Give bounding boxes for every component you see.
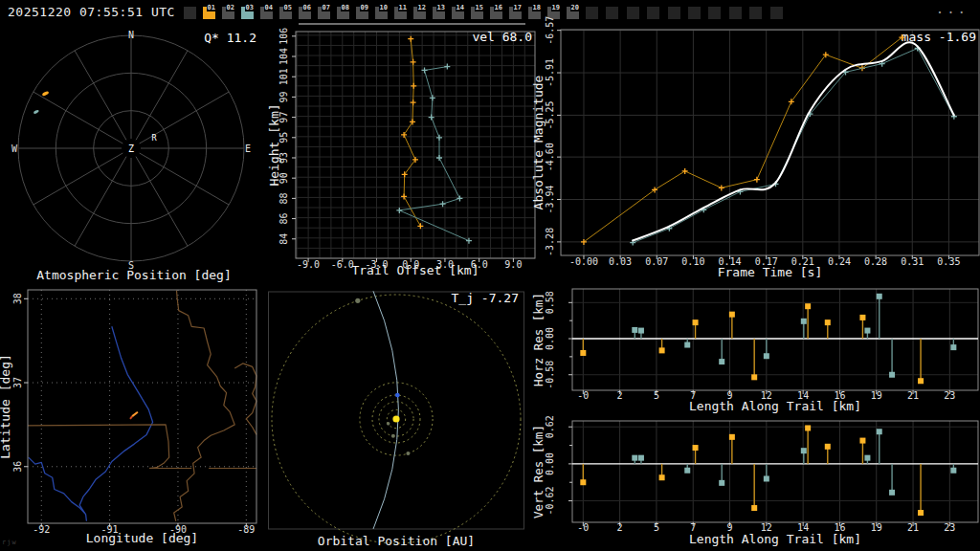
tab-18[interactable]: 18 [528,7,541,19]
tab-11[interactable]: 11 [394,7,407,19]
tab-slot-27[interactable] [708,7,721,19]
vert-stems [580,425,956,516]
horz-grid [572,289,978,390]
orbital-title: Orbital Position [AU] [318,534,475,548]
tab-number: 06 [302,4,312,11]
tab-08[interactable]: 08 [337,7,349,19]
tab-14[interactable]: 14 [452,7,464,19]
tab-number: 04 [264,4,274,11]
tab-16[interactable]: 16 [490,7,502,19]
svg-text:Absolute Magnitude: Absolute Magnitude [531,75,546,209]
vert-frame [572,421,978,522]
meteoroid-orbit-path [373,291,398,529]
magnitude-chart: -0.000.030.070.100.140.170.210.240.280.3… [536,27,980,285]
svg-text:Longitude [deg]: Longitude [deg] [86,531,198,545]
tab-05[interactable]: 05 [279,7,292,19]
map-river-0 [79,326,152,521]
svg-text:0.35: 0.35 [937,256,960,267]
meteor-ground-track [132,412,138,416]
svg-text:0.58: 0.58 [545,291,555,314]
svg-text:88: 88 [278,192,289,204]
jupiter-marker [355,298,360,303]
vert-grid [572,421,978,522]
tab-01[interactable]: 01 [203,7,215,19]
tab-scrollbar[interactable] [299,23,525,25]
tab-slot-23[interactable] [627,7,639,19]
svg-text:E: E [245,143,251,154]
svg-text:19: 19 [871,390,882,401]
tab-number: 08 [341,4,350,11]
svg-text:Vert Res [km]: Vert Res [km] [531,425,546,518]
tab-number: 16 [494,4,503,11]
svg-text:0.31: 0.31 [901,256,924,267]
orbital-position-chart: T_j -7.27Orbital Position [AU] [268,285,536,551]
map-ticks: -92-91-90-89363738 [12,293,255,535]
tab-09[interactable]: 09 [356,7,368,19]
tab-07[interactable]: 07 [318,7,330,19]
mercury-marker [387,422,390,426]
tisserand-value: T_j -7.27 [452,291,519,305]
svg-text:-6.0: -6.0 [331,259,354,270]
svg-text:-0: -0 [577,522,589,533]
svg-text:37: 37 [12,377,23,388]
earth-marker [395,393,400,398]
svg-text:23: 23 [944,522,955,533]
tab-10[interactable]: 10 [375,7,388,19]
tab-number: 15 [475,4,484,11]
panel-orbital-position: T_j -7.27Orbital Position [AU] [268,285,536,551]
sun-marker [392,415,399,422]
tab-number: 02 [226,4,235,11]
panel-atmospheric-position: NESWZRQ* 11.2Atmospheric Position [deg] [0,27,268,285]
tab-12[interactable]: 12 [413,7,426,19]
tab-slot-26[interactable] [688,7,701,19]
tab-number: 10 [379,4,389,11]
svg-text:-9.0: -9.0 [297,259,320,270]
tab-slot-30[interactable] [770,7,783,19]
tab-13[interactable]: 13 [433,7,445,19]
svg-text:-3.28: -3.28 [545,228,555,256]
tab-slot-0[interactable] [184,7,196,19]
tab-20[interactable]: 20 [567,7,579,19]
meteor-ground-track-tip [130,416,132,419]
tab-slot-22[interactable] [606,7,618,19]
tab-06[interactable]: 06 [299,7,311,19]
radiant-marker: R [151,133,157,143]
tab-number: 07 [322,4,331,11]
svg-text:-0: -0 [577,390,589,401]
tab-17[interactable]: 17 [509,7,522,19]
mars-marker [406,452,410,455]
svg-text:86: 86 [278,213,289,225]
tab-03[interactable]: 03 [241,7,254,19]
tab-02[interactable]: 02 [222,7,234,19]
tab-number: 09 [360,4,369,11]
tab-slot-28[interactable] [729,7,742,19]
tab-slot-24[interactable] [647,7,659,19]
mag-ticks: -0.000.030.070.100.140.170.210.240.280.3… [545,16,960,267]
tab-04[interactable]: 04 [260,7,273,19]
svg-text:W: W [11,143,18,154]
atmospheric-position-chart: NESWZRQ* 11.2Atmospheric Position [deg] [0,27,268,285]
tab-slot-21[interactable] [586,7,598,19]
panel-ground-map: -92-91-90-89363738Longitude [deg]Latitud… [0,285,268,551]
tab-slot-29[interactable] [749,7,762,19]
svg-text:0.10: 0.10 [681,256,704,267]
ground-map-chart: -92-91-90-89363738Longitude [deg]Latitud… [0,285,268,551]
zenith-label: Z [128,143,134,154]
svg-text:-0.62: -0.62 [545,486,555,515]
trail-series-station-1 [401,36,423,230]
svg-text:-89: -89 [237,524,255,535]
tab-number: 01 [207,4,216,11]
svg-text:5: 5 [654,390,659,401]
svg-text:-0.58: -0.58 [545,361,555,389]
tab-number: 13 [436,4,446,11]
tab-number: 12 [417,4,427,11]
svg-text:-5.25: -5.25 [545,100,555,129]
svg-text:38: 38 [12,293,23,304]
tab-slot-25[interactable] [668,7,680,19]
tab-number: 05 [283,4,293,11]
svg-text:Latitude [deg]: Latitude [deg] [0,354,12,459]
tab-15[interactable]: 15 [471,7,483,19]
map-border-3 [174,291,235,521]
overflow-menu-button[interactable]: ... [936,1,969,16]
svg-text:84: 84 [278,233,289,245]
